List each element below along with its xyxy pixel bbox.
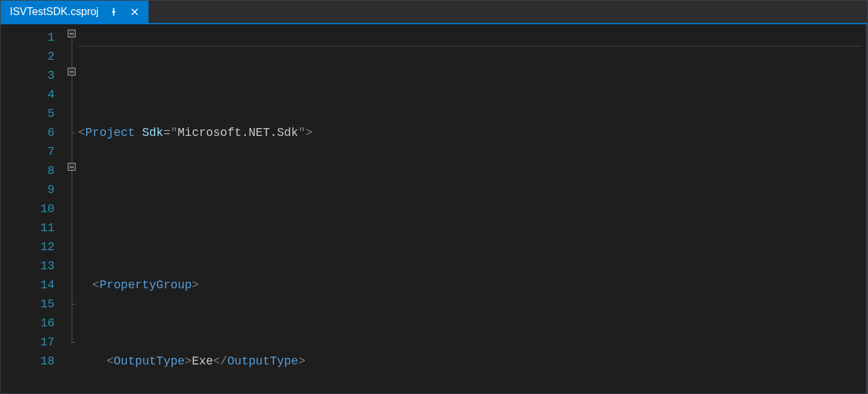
line-number: 1 bbox=[1, 28, 55, 47]
fold-guide bbox=[72, 76, 72, 128]
xml-attribute: Sdk bbox=[142, 126, 163, 139]
xml-element: OutputType bbox=[227, 355, 298, 368]
tab-title: ISVTestSDK.csproj bbox=[10, 6, 99, 18]
attr-value: Microsoft.NET.Sdk bbox=[177, 126, 298, 139]
fold-toggle-icon[interactable] bbox=[68, 163, 76, 171]
xml-text: Exe bbox=[192, 355, 213, 368]
editor-separator bbox=[78, 46, 862, 47]
tab-active[interactable]: ISVTestSDK.csproj bbox=[1, 1, 148, 23]
fold-end-icon bbox=[72, 128, 76, 133]
line-number: 2 bbox=[1, 47, 55, 66]
xml-element: Project bbox=[85, 126, 135, 139]
line-number: 6 bbox=[1, 123, 55, 142]
line-number: 5 bbox=[1, 104, 55, 123]
fold-guide bbox=[72, 37, 72, 69]
line-number: 10 bbox=[1, 200, 55, 219]
fold-guide bbox=[72, 133, 72, 163]
line-number: 15 bbox=[1, 295, 55, 314]
fold-strip bbox=[66, 24, 78, 393]
code-content[interactable]: <Project Sdk="Microsoft.NET.Sdk"> <Prope… bbox=[78, 24, 866, 393]
xml-element: OutputType bbox=[114, 355, 185, 368]
code-editor[interactable]: 123456789101112131415161718 <Project Sdk… bbox=[1, 24, 867, 393]
xml-element: PropertyGroup bbox=[99, 278, 191, 292]
fold-guide bbox=[72, 171, 72, 299]
fold-toggle-icon[interactable] bbox=[68, 30, 76, 37]
fold-guide bbox=[72, 305, 72, 338]
line-number: 12 bbox=[1, 238, 55, 257]
line-number: 14 bbox=[1, 276, 55, 295]
line-number-gutter: 123456789101112131415161718 bbox=[1, 24, 66, 393]
line-number: 8 bbox=[1, 162, 55, 181]
fold-end-icon bbox=[72, 338, 76, 343]
line-number: 13 bbox=[1, 257, 55, 276]
line-number: 11 bbox=[1, 219, 55, 238]
line-number: 7 bbox=[1, 142, 55, 162]
line-number: 17 bbox=[1, 333, 55, 352]
line-number: 16 bbox=[1, 314, 55, 333]
line-number: 18 bbox=[1, 352, 55, 371]
close-icon[interactable] bbox=[129, 6, 141, 18]
pin-icon[interactable] bbox=[108, 6, 120, 18]
line-number: 9 bbox=[1, 181, 55, 200]
line-number: 3 bbox=[1, 66, 55, 85]
fold-toggle-icon[interactable] bbox=[68, 68, 76, 76]
fold-end-icon bbox=[72, 299, 76, 305]
editor-right-border bbox=[866, 24, 867, 393]
line-number: 4 bbox=[1, 85, 55, 104]
tab-bar: ISVTestSDK.csproj bbox=[1, 1, 867, 24]
